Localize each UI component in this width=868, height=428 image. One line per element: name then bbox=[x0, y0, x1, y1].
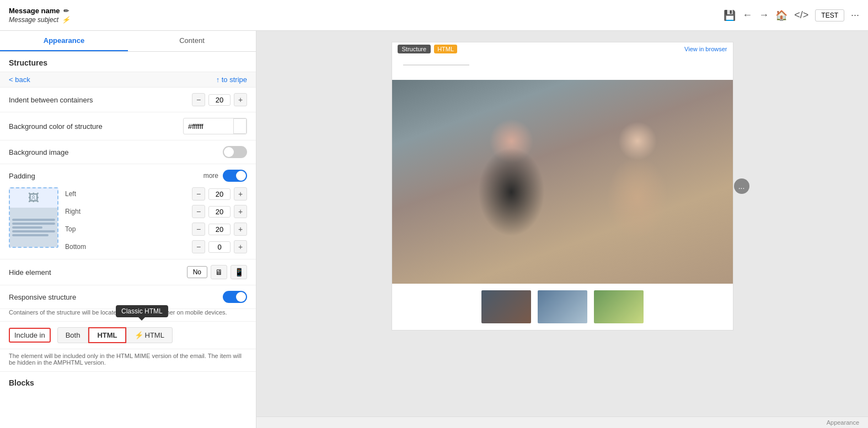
email-preview: Structure HTML View in browser bbox=[392, 42, 733, 331]
padding-bottom-minus[interactable]: − bbox=[192, 240, 205, 253]
hide-mobile-icon[interactable]: 📱 bbox=[231, 265, 247, 279]
preview-main-image bbox=[392, 80, 733, 284]
home-icon[interactable]: 🏠 bbox=[775, 9, 787, 21]
to-stripe-button[interactable]: ↑ to stripe bbox=[216, 75, 247, 84]
padding-bottom-stepper: − + bbox=[192, 240, 247, 253]
padding-left-value[interactable] bbox=[208, 188, 231, 200]
padding-bottom-plus[interactable]: + bbox=[234, 240, 247, 253]
padding-top-row: Top − + bbox=[65, 223, 247, 236]
header-actions: 💾 ← → 🏠 </> TEST ··· bbox=[724, 9, 859, 21]
line-5 bbox=[12, 234, 49, 236]
bottom-text: Appearance bbox=[827, 419, 859, 426]
tab-content[interactable]: Content bbox=[128, 31, 256, 51]
line-3 bbox=[12, 226, 42, 229]
amp-icon: ⚡ bbox=[135, 331, 143, 339]
forward-icon[interactable]: → bbox=[759, 9, 769, 21]
indent-value[interactable] bbox=[208, 94, 231, 106]
padding-bottom-value[interactable] bbox=[208, 241, 231, 253]
padding-top-plus[interactable]: + bbox=[234, 223, 247, 236]
padding-right-label: Right bbox=[65, 208, 93, 215]
bg-color-label: Background color of structure bbox=[9, 122, 103, 131]
bg-image-toggle-wrap bbox=[223, 146, 247, 158]
amp-label: HTML bbox=[145, 331, 164, 339]
color-input[interactable] bbox=[184, 120, 233, 133]
preview-badges: Structure HTML bbox=[398, 45, 458, 53]
structures-title: Structures bbox=[0, 52, 256, 72]
color-input-wrap bbox=[183, 118, 247, 134]
padding-top-minus[interactable]: − bbox=[192, 223, 205, 236]
bg-color-row: Background color of structure bbox=[0, 112, 256, 140]
back-button[interactable]: < back bbox=[9, 75, 30, 84]
padding-image-top: 🖼 bbox=[10, 188, 57, 208]
main-layout: Appearance Content Structures < back ↑ t… bbox=[0, 31, 868, 428]
bg-image-label: Background image bbox=[9, 148, 68, 156]
thumbnail-2 bbox=[538, 290, 587, 323]
padding-left-row: Left − + bbox=[65, 187, 247, 201]
padding-right-value[interactable] bbox=[208, 206, 231, 218]
message-subject-row: Message subject ⚡ bbox=[9, 16, 70, 24]
message-subject-edit-icon[interactable]: ⚡ bbox=[62, 16, 70, 24]
structure-badge: Structure bbox=[398, 45, 431, 53]
side-dots-button[interactable]: ... bbox=[734, 178, 749, 194]
message-name-edit-icon[interactable]: ✏ bbox=[63, 7, 69, 15]
thumbnail-1 bbox=[481, 290, 531, 323]
include-html-button[interactable]: HTML bbox=[88, 327, 126, 343]
thumbnail-row bbox=[392, 284, 733, 330]
padding-right-minus[interactable]: − bbox=[192, 205, 205, 218]
message-name-label: Message name bbox=[9, 7, 60, 15]
line-4 bbox=[12, 230, 55, 232]
indent-plus[interactable]: + bbox=[234, 93, 247, 106]
indent-minus[interactable]: − bbox=[192, 93, 205, 106]
back-stripe-bar: < back ↑ to stripe bbox=[0, 72, 256, 88]
view-in-browser-link[interactable]: View in browser bbox=[684, 46, 727, 52]
responsive-label: Responsive structure bbox=[9, 293, 76, 301]
hide-desktop-icon[interactable]: 🖥 bbox=[211, 265, 227, 279]
right-panel: Structure HTML View in browser bbox=[256, 31, 868, 428]
hide-options: No 🖥 📱 bbox=[187, 265, 247, 279]
include-desc: The element will be included only in the… bbox=[0, 349, 256, 371]
left-panel: Appearance Content Structures < back ↑ t… bbox=[0, 31, 256, 428]
hide-no-button[interactable]: No bbox=[187, 266, 207, 278]
couple-image bbox=[392, 80, 733, 284]
line-2 bbox=[12, 223, 55, 225]
padding-bottom-label: Bottom bbox=[65, 243, 93, 251]
padding-section: Padding more 🖼 bbox=[0, 164, 256, 259]
padding-bottom-row: Bottom − + bbox=[65, 240, 247, 253]
padding-right-plus[interactable]: + bbox=[234, 205, 247, 218]
tab-appearance[interactable]: Appearance bbox=[0, 31, 128, 51]
padding-left-stepper: − + bbox=[192, 187, 247, 201]
bg-image-toggle[interactable] bbox=[223, 146, 247, 158]
message-name-row: Message name ✏ bbox=[9, 7, 70, 15]
preview-logo-area bbox=[392, 56, 733, 80]
bottom-bar: Appearance bbox=[256, 416, 868, 428]
header-left: Message name ✏ Message subject ⚡ bbox=[9, 7, 70, 24]
include-amp-button[interactable]: ⚡ HTML bbox=[126, 327, 173, 343]
include-in-row: Include in Both HTML ⚡ HTML bbox=[9, 327, 247, 343]
thumbnail-3 bbox=[594, 290, 644, 323]
include-both-button[interactable]: Both bbox=[57, 327, 89, 343]
padding-top-value[interactable] bbox=[208, 224, 231, 235]
save-icon[interactable]: 💾 bbox=[724, 9, 736, 21]
padding-preview-image: 🖼 bbox=[9, 187, 58, 248]
padding-top-stepper: − + bbox=[192, 223, 247, 236]
color-swatch[interactable] bbox=[233, 118, 247, 134]
code-icon[interactable]: </> bbox=[794, 9, 808, 21]
padding-right-row: Right − + bbox=[65, 205, 247, 218]
include-in-section: Classic HTML Include in Both HTML ⚡ HTML bbox=[0, 322, 256, 349]
more-icon[interactable]: ··· bbox=[851, 9, 859, 21]
padding-right-stepper: − + bbox=[192, 205, 247, 218]
blocks-title: Blocks bbox=[0, 371, 256, 392]
test-button[interactable]: TEST bbox=[815, 9, 844, 21]
responsive-toggle[interactable] bbox=[223, 291, 247, 303]
back-icon[interactable]: ← bbox=[742, 9, 752, 21]
tabs: Appearance Content bbox=[0, 31, 256, 52]
padding-image-lines bbox=[10, 208, 57, 247]
preview-top-bar: Structure HTML View in browser bbox=[392, 42, 733, 56]
padding-controls: Left − + Right − + bbox=[65, 187, 247, 253]
preview-logo-line bbox=[403, 64, 469, 66]
padding-left-minus[interactable]: − bbox=[192, 187, 205, 201]
padding-left-plus[interactable]: + bbox=[234, 187, 247, 201]
padding-toggle[interactable] bbox=[223, 170, 247, 182]
image-icon: 🖼 bbox=[28, 192, 39, 204]
indent-row: Indent between containers − + bbox=[0, 88, 256, 112]
